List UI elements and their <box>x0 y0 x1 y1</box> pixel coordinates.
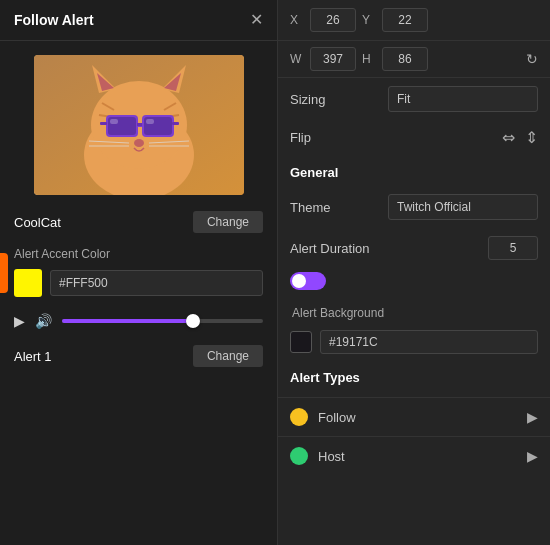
panel-header: Follow Alert ✕ <box>0 0 277 41</box>
svg-rect-18 <box>137 123 142 126</box>
y-label: Y <box>362 13 376 27</box>
theme-label: Theme <box>290 200 380 215</box>
alert-name: Alert 1 <box>14 349 52 364</box>
duration-input[interactable] <box>488 236 538 260</box>
bg-section-label: Alert Background <box>278 298 550 324</box>
duration-toggle-row <box>278 268 550 298</box>
source-change-button[interactable]: Change <box>193 211 263 233</box>
x-input[interactable] <box>310 8 356 32</box>
follow-dot <box>290 408 308 426</box>
left-panel: Follow Alert ✕ <box>0 0 278 545</box>
bg-color-swatch[interactable] <box>290 331 312 353</box>
cat-illustration <box>34 55 244 195</box>
toggle-knob <box>292 274 306 288</box>
theme-row: Theme Twitch Official <box>278 186 550 228</box>
audio-controls-row: ▶ 🔊 <box>0 307 277 339</box>
flip-vertical-icon[interactable]: ⇕ <box>525 128 538 147</box>
play-button[interactable]: ▶ <box>14 313 25 329</box>
alert-change-button[interactable]: Change <box>193 345 263 367</box>
bg-hex-input[interactable] <box>320 330 538 354</box>
host-arrow-icon: ▶ <box>527 448 538 464</box>
flip-horizontal-icon[interactable]: ⇔ <box>502 128 515 147</box>
h-label: H <box>362 52 376 66</box>
source-row: CoolCat Change <box>0 205 277 239</box>
right-panel: X Y W H ↻ Sizing Fit Stretch Fill Flip ⇔… <box>278 0 550 545</box>
flip-row: Flip ⇔ ⇕ <box>278 120 550 155</box>
color-hex-input[interactable] <box>50 270 263 296</box>
cat-image <box>34 55 244 195</box>
svg-point-21 <box>134 139 144 147</box>
color-swatch[interactable] <box>14 269 42 297</box>
x-label: X <box>290 13 304 27</box>
flip-label: Flip <box>290 130 380 145</box>
alert-row: Alert 1 Change <box>0 339 277 373</box>
sizing-row: Sizing Fit Stretch Fill <box>278 78 550 120</box>
svg-rect-16 <box>110 119 118 124</box>
svg-rect-17 <box>146 119 154 124</box>
alert-type-follow[interactable]: Follow ▶ <box>278 397 550 436</box>
refresh-icon[interactable]: ↻ <box>526 51 538 67</box>
slider-fill <box>62 319 193 323</box>
volume-icon: 🔊 <box>35 313 52 329</box>
duration-label: Alert Duration <box>290 241 380 256</box>
w-input[interactable] <box>310 47 356 71</box>
alert-type-host[interactable]: Host ▶ <box>278 436 550 475</box>
y-input[interactable] <box>382 8 428 32</box>
color-row <box>0 265 277 307</box>
alert-types-header: Alert Types <box>278 360 550 391</box>
volume-slider[interactable] <box>62 319 263 323</box>
sizing-label: Sizing <box>290 92 380 107</box>
slider-thumb <box>186 314 200 328</box>
duration-row: Alert Duration <box>278 228 550 268</box>
follow-arrow-icon: ▶ <box>527 409 538 425</box>
w-label: W <box>290 52 304 66</box>
background-color-row <box>278 324 550 360</box>
close-button[interactable]: ✕ <box>250 12 263 28</box>
sizing-select[interactable]: Fit Stretch Fill <box>388 86 538 112</box>
accent-color-label: Alert Accent Color <box>0 239 277 265</box>
xy-coords-row: X Y <box>278 0 550 41</box>
host-label: Host <box>318 449 527 464</box>
svg-rect-20 <box>172 122 179 125</box>
alert-types-list: Follow ▶ Host ▶ <box>278 391 550 481</box>
theme-select[interactable]: Twitch Official <box>388 194 538 220</box>
flip-icons: ⇔ ⇕ <box>502 128 538 147</box>
general-header: General <box>278 155 550 186</box>
wh-coords-row: W H ↻ <box>278 41 550 78</box>
svg-rect-19 <box>100 122 107 125</box>
source-name: CoolCat <box>14 215 61 230</box>
h-input[interactable] <box>382 47 428 71</box>
host-dot <box>290 447 308 465</box>
panel-title: Follow Alert <box>14 12 94 28</box>
side-tab <box>0 253 8 293</box>
duration-toggle[interactable] <box>290 272 326 290</box>
follow-label: Follow <box>318 410 527 425</box>
